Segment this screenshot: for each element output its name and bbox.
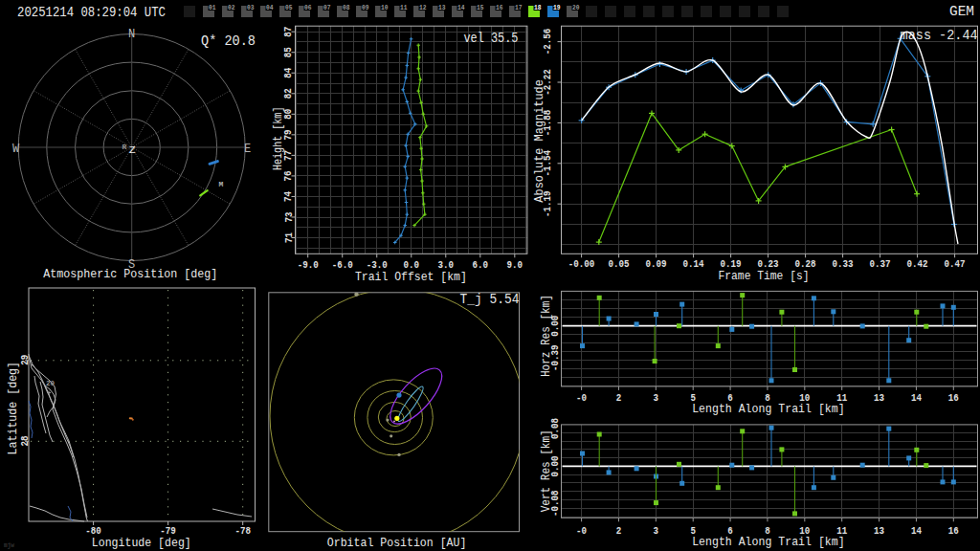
svg-text:11: 11 bbox=[400, 4, 408, 11]
svg-text:73: 73 bbox=[284, 212, 295, 223]
svg-text:Orbital Position [AU]: Orbital Position [AU] bbox=[327, 536, 467, 550]
svg-text:10: 10 bbox=[381, 4, 389, 11]
svg-text:-0: -0 bbox=[576, 393, 587, 404]
svg-text:0.47: 0.47 bbox=[945, 259, 966, 270]
svg-text:04: 04 bbox=[266, 4, 274, 11]
svg-text:-2.56: -2.56 bbox=[543, 29, 553, 55]
svg-text:13: 13 bbox=[438, 4, 446, 11]
svg-text:Trail Offset [km]: Trail Offset [km] bbox=[355, 270, 467, 284]
svg-text:03: 03 bbox=[247, 4, 255, 11]
svg-text:R: R bbox=[122, 143, 126, 151]
svg-text:77: 77 bbox=[284, 150, 295, 161]
svg-text:-9.0: -9.0 bbox=[298, 260, 319, 271]
svg-text:2: 2 bbox=[616, 393, 622, 404]
svg-text:14: 14 bbox=[457, 4, 465, 11]
svg-text:13: 13 bbox=[874, 526, 884, 537]
svg-text:6.0: 6.0 bbox=[473, 260, 489, 271]
svg-text:Q* 20.8: Q* 20.8 bbox=[201, 33, 256, 49]
svg-text:0.37: 0.37 bbox=[870, 259, 891, 270]
svg-text:Vert Res [km]: Vert Res [km] bbox=[540, 430, 553, 512]
svg-text:80: 80 bbox=[284, 109, 295, 120]
svg-text:Length Along Trail [km]: Length Along Trail [km] bbox=[692, 402, 845, 416]
svg-text:16: 16 bbox=[496, 4, 503, 11]
svg-text:15: 15 bbox=[477, 4, 484, 11]
svg-text:14: 14 bbox=[911, 526, 922, 537]
svg-text:01: 01 bbox=[209, 4, 216, 11]
svg-text:17: 17 bbox=[515, 4, 523, 11]
svg-text:9.0: 9.0 bbox=[507, 260, 523, 271]
svg-text:0.05: 0.05 bbox=[609, 259, 630, 270]
svg-text:16: 16 bbox=[948, 526, 959, 537]
svg-text:M: M bbox=[219, 180, 224, 188]
svg-text:12: 12 bbox=[419, 4, 427, 11]
svg-text:85: 85 bbox=[284, 47, 295, 57]
svg-text:06: 06 bbox=[304, 4, 312, 11]
svg-text:Atmospheric Position [deg]: Atmospheric Position [deg] bbox=[43, 267, 217, 281]
svg-text:-78: -78 bbox=[234, 526, 251, 537]
svg-text:19: 19 bbox=[553, 4, 561, 11]
svg-text:Z: Z bbox=[129, 143, 136, 156]
svg-text:16: 16 bbox=[948, 393, 959, 404]
svg-text:Frame Time [s]: Frame Time [s] bbox=[719, 269, 810, 283]
svg-text:09: 09 bbox=[362, 4, 369, 11]
svg-text:N: N bbox=[128, 28, 135, 41]
svg-text:79: 79 bbox=[284, 129, 295, 140]
svg-text:-6.0: -6.0 bbox=[332, 260, 353, 271]
svg-text:0.28: 0.28 bbox=[795, 259, 816, 270]
svg-text:07: 07 bbox=[323, 4, 331, 11]
svg-text:76: 76 bbox=[284, 170, 295, 181]
svg-text:Longitude [deg]: Longitude [deg] bbox=[92, 536, 191, 550]
svg-text:82: 82 bbox=[284, 88, 295, 99]
svg-text:Horz Res [km]: Horz Res [km] bbox=[540, 295, 553, 377]
svg-text:0.42: 0.42 bbox=[907, 259, 928, 270]
svg-text:-0: -0 bbox=[576, 526, 587, 537]
svg-text:18: 18 bbox=[534, 4, 542, 11]
svg-text:02: 02 bbox=[228, 4, 235, 11]
svg-text:0.23: 0.23 bbox=[758, 259, 779, 270]
svg-text:0.14: 0.14 bbox=[683, 259, 704, 270]
svg-text:0.09: 0.09 bbox=[646, 259, 667, 270]
svg-text:20: 20 bbox=[46, 379, 55, 387]
svg-text:T_j 5.54: T_j 5.54 bbox=[460, 292, 520, 307]
svg-text:E: E bbox=[244, 143, 251, 156]
svg-text:mjw: mjw bbox=[4, 542, 14, 549]
svg-text:3: 3 bbox=[654, 393, 659, 404]
svg-text:84: 84 bbox=[284, 68, 295, 78]
svg-text:vel 35.5: vel 35.5 bbox=[464, 31, 519, 46]
svg-text:20: 20 bbox=[572, 4, 580, 11]
svg-text:W: W bbox=[12, 143, 20, 156]
svg-text:14: 14 bbox=[911, 393, 922, 404]
svg-text:Latitude [deg]: Latitude [deg] bbox=[8, 362, 21, 455]
svg-text:3: 3 bbox=[654, 526, 659, 537]
svg-text:2: 2 bbox=[616, 526, 622, 537]
svg-text:87: 87 bbox=[284, 27, 295, 37]
svg-text:GEM: GEM bbox=[949, 4, 974, 19]
svg-text:71: 71 bbox=[284, 232, 295, 243]
svg-text:74: 74 bbox=[284, 191, 295, 202]
svg-text:0.33: 0.33 bbox=[833, 259, 854, 270]
svg-text:05: 05 bbox=[285, 4, 293, 11]
svg-text:-0.00: -0.00 bbox=[568, 259, 595, 270]
svg-text:Height [km]: Height [km] bbox=[272, 107, 285, 171]
svg-text:Absolute Magnitude: Absolute Magnitude bbox=[533, 79, 546, 203]
svg-text:13: 13 bbox=[874, 393, 884, 404]
svg-text:0.19: 0.19 bbox=[721, 259, 742, 270]
svg-text:20251214 08:29:04 UTC: 20251214 08:29:04 UTC bbox=[17, 5, 166, 21]
svg-text:08: 08 bbox=[343, 4, 350, 11]
svg-text:Length Along Trail [km]: Length Along Trail [km] bbox=[692, 535, 845, 549]
